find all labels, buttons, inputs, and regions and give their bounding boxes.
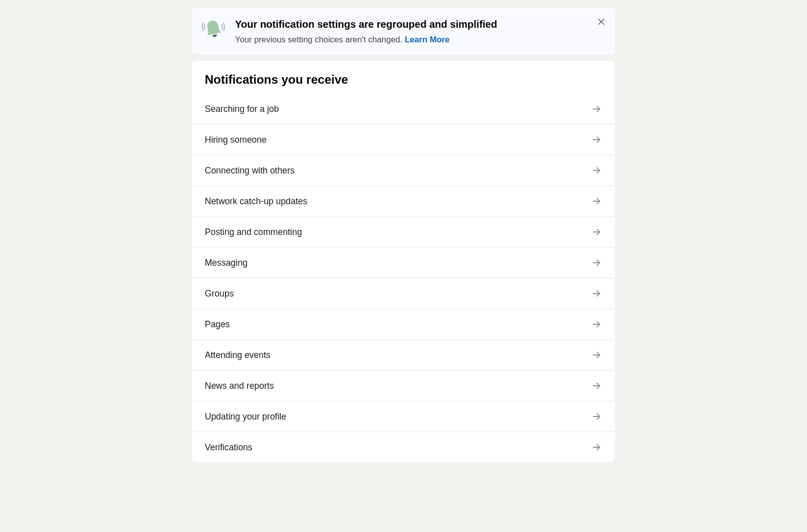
category-searching-for-a-job[interactable]: Searching for a job bbox=[192, 94, 615, 124]
page-title: Notifications you receive bbox=[205, 73, 602, 87]
list-item-label: Verifications bbox=[205, 442, 252, 453]
category-groups[interactable]: Groups bbox=[192, 278, 615, 309]
close-button[interactable] bbox=[594, 15, 608, 29]
category-pages[interactable]: Pages bbox=[192, 309, 615, 339]
arrow-right-icon bbox=[591, 134, 602, 145]
notifications-card: Notifications you receive Searching for … bbox=[191, 60, 616, 463]
arrow-right-icon bbox=[591, 288, 602, 299]
arrow-right-icon bbox=[591, 165, 602, 176]
arrow-right-icon bbox=[591, 380, 602, 391]
category-news-and-reports[interactable]: News and reports bbox=[192, 370, 615, 401]
category-posting-and-commenting[interactable]: Posting and commenting bbox=[192, 216, 615, 247]
list-item-label: Messaging bbox=[205, 258, 248, 268]
category-verifications[interactable]: Verifications bbox=[192, 432, 615, 462]
list-item-label: News and reports bbox=[205, 381, 274, 391]
list-item-label: Network catch-up updates bbox=[205, 196, 307, 207]
list-item-label: Attending events bbox=[205, 350, 270, 361]
notification-categories-list: Searching for a job Hiring someone Conne… bbox=[192, 91, 615, 462]
list-item-label: Posting and commenting bbox=[205, 227, 302, 238]
list-item-label: Connecting with others bbox=[205, 165, 295, 176]
arrow-right-icon bbox=[591, 411, 602, 422]
category-connecting-with-others[interactable]: Connecting with others bbox=[192, 155, 615, 186]
info-banner: Your notification settings are regrouped… bbox=[191, 7, 616, 55]
category-updating-your-profile[interactable]: Updating your profile bbox=[192, 401, 615, 432]
learn-more-link[interactable]: Learn More bbox=[405, 35, 449, 44]
arrow-right-icon bbox=[591, 349, 602, 361]
arrow-right-icon bbox=[591, 103, 602, 114]
bell-icon bbox=[201, 17, 226, 42]
arrow-right-icon bbox=[591, 257, 602, 268]
list-item-label: Searching for a job bbox=[205, 104, 279, 114]
banner-title: Your notification settings are regrouped… bbox=[235, 18, 605, 31]
list-item-label: Pages bbox=[205, 319, 230, 330]
list-item-label: Updating your profile bbox=[205, 411, 286, 422]
arrow-right-icon bbox=[591, 319, 602, 330]
close-icon bbox=[596, 16, 606, 28]
category-network-catch-up-updates[interactable]: Network catch-up updates bbox=[192, 186, 615, 216]
category-messaging[interactable]: Messaging bbox=[192, 247, 615, 278]
category-attending-events[interactable]: Attending events bbox=[192, 339, 615, 370]
banner-subtitle-text: Your previous setting choices aren't cha… bbox=[235, 35, 405, 44]
arrow-right-icon bbox=[591, 196, 602, 207]
list-item-label: Hiring someone bbox=[205, 135, 267, 145]
arrow-right-icon bbox=[591, 226, 602, 238]
banner-subtitle: Your previous setting choices aren't cha… bbox=[235, 34, 605, 45]
list-item-label: Groups bbox=[205, 288, 234, 299]
category-hiring-someone[interactable]: Hiring someone bbox=[192, 124, 615, 155]
arrow-right-icon bbox=[591, 442, 602, 453]
